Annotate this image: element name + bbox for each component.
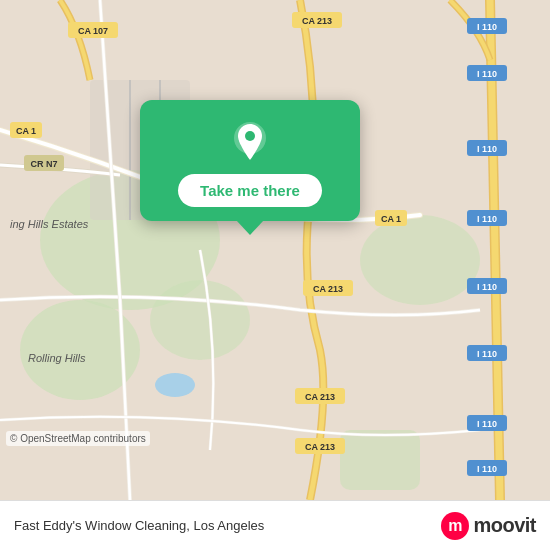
svg-text:I 110: I 110 xyxy=(477,282,497,292)
svg-text:CR N7: CR N7 xyxy=(30,159,57,169)
svg-text:I 110: I 110 xyxy=(477,349,497,359)
svg-point-4 xyxy=(360,215,480,305)
svg-text:CA 213: CA 213 xyxy=(305,392,335,402)
bottom-bar: Fast Eddy's Window Cleaning, Los Angeles… xyxy=(0,500,550,550)
svg-text:I 110: I 110 xyxy=(477,464,497,474)
svg-text:CA 213: CA 213 xyxy=(305,442,335,452)
copyright-text: © OpenStreetMap contributors xyxy=(6,431,150,446)
moovit-icon: m xyxy=(441,512,469,540)
map-container: CA 213 CA 107 I 110 I 110 CA 1 CR N7 I 1… xyxy=(0,0,550,500)
svg-text:CA 213: CA 213 xyxy=(302,16,332,26)
take-me-there-button[interactable]: Take me there xyxy=(178,174,322,207)
location-pin-icon xyxy=(228,120,272,164)
business-name: Fast Eddy's Window Cleaning, Los Angeles xyxy=(14,518,264,533)
svg-text:Rolling Hills: Rolling Hills xyxy=(28,352,86,364)
svg-text:I 110: I 110 xyxy=(477,69,497,79)
popup-card: Take me there xyxy=(140,100,360,221)
svg-point-3 xyxy=(150,280,250,360)
svg-point-9 xyxy=(155,373,195,397)
svg-text:CA 107: CA 107 xyxy=(78,26,108,36)
svg-text:I 110: I 110 xyxy=(477,144,497,154)
svg-text:ing Hills Estates: ing Hills Estates xyxy=(10,218,89,230)
svg-text:CA 1: CA 1 xyxy=(16,126,36,136)
svg-rect-5 xyxy=(340,430,420,490)
map-svg: CA 213 CA 107 I 110 I 110 CA 1 CR N7 I 1… xyxy=(0,0,550,500)
moovit-text: moovit xyxy=(473,514,536,537)
moovit-logo: m moovit xyxy=(441,512,536,540)
svg-text:CA 213: CA 213 xyxy=(313,284,343,294)
svg-text:I 110: I 110 xyxy=(477,419,497,429)
svg-point-45 xyxy=(245,131,255,141)
svg-text:I 110: I 110 xyxy=(477,214,497,224)
svg-text:I 110: I 110 xyxy=(477,22,497,32)
svg-text:CA 1: CA 1 xyxy=(381,214,401,224)
